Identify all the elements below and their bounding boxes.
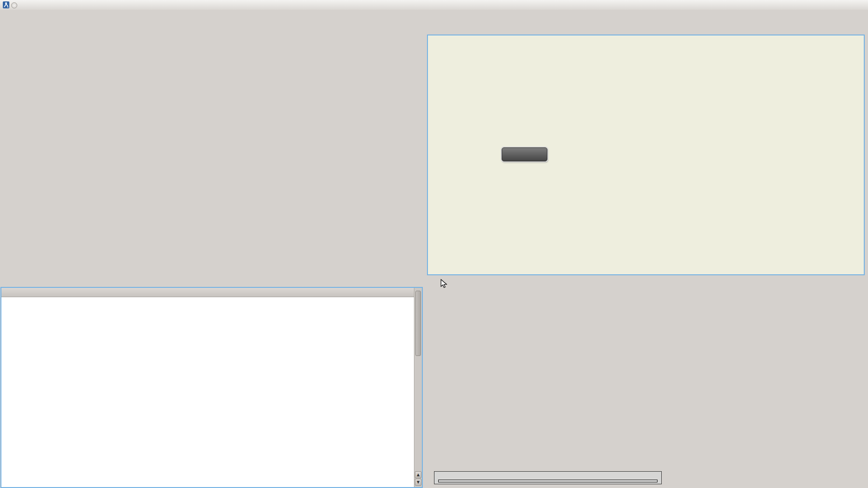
scroll-down-button[interactable]: ▼ [415, 479, 421, 486]
dive-site-map[interactable] [426, 286, 868, 488]
scroll-up-button[interactable]: ▲ [415, 471, 421, 478]
menu-bar [0, 10, 868, 21]
satellite-imagery [426, 286, 868, 488]
dive-list-header[interactable] [1, 288, 422, 297]
dive-list-scrollbar[interactable]: ▲ ▼ [414, 288, 422, 487]
tray-clock-icon [11, 2, 17, 8]
map-scale-bar [434, 471, 662, 484]
scale-segments [438, 480, 658, 482]
title-bar [0, 0, 868, 10]
information-button[interactable] [502, 147, 547, 161]
scrollbar-thumb[interactable] [415, 291, 421, 356]
mouse-cursor [441, 279, 448, 288]
dive-profile-chart [427, 35, 865, 275]
subsurface-app-icon [3, 1, 9, 8]
dive-list[interactable]: ▲ ▼ [0, 287, 423, 488]
